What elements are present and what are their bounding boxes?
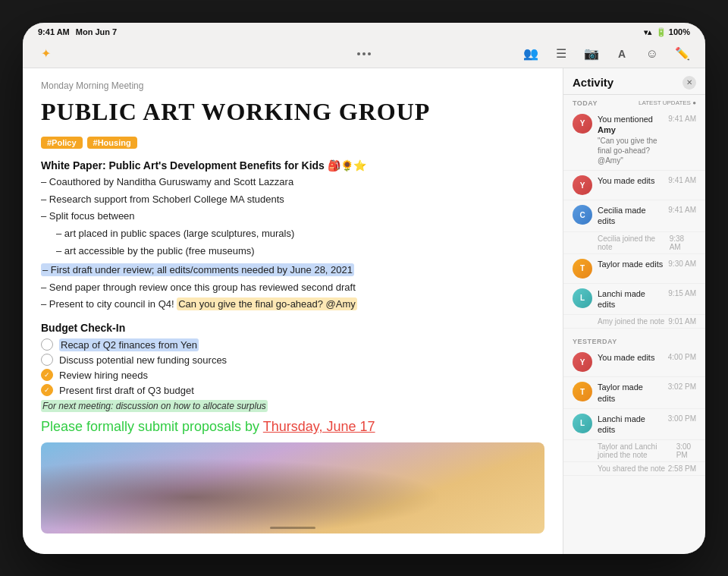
system-taylor-lanchi-text: Taylor and Lanchi joined the note: [598, 442, 676, 459]
activity-text-taylor-yesterday: Taylor made edits: [598, 382, 663, 404]
toolbar-center: [256, 52, 472, 55]
budget-title: Budget Check-In: [41, 322, 544, 334]
question-highlight: Can you give the final go-ahead? @Amy: [177, 297, 357, 310]
latest-updates-badge: LATEST UPDATES ●: [639, 99, 696, 106]
activity-item-lanchi: L Lanchi made edits 9:15 AM: [563, 284, 705, 316]
status-bar: 9:41 AM Mon Jun 7 ▾▴ 🔋 100%: [23, 23, 705, 40]
activity-item-you-edits: Y You made edits 9:41 AM: [563, 171, 705, 200]
checklist-text-1: Recap of Q2 finances from Yen: [59, 338, 199, 351]
people-icon[interactable]: 👥: [520, 43, 541, 65]
checklist-item-2: Discuss potential new funding sources: [41, 354, 544, 366]
body-title: White Paper: Public Art's Development Be…: [41, 159, 544, 172]
system-amy-joined: Amy joined the note 9:01 AM: [563, 315, 705, 329]
checkbox-3[interactable]: ✓: [41, 369, 53, 381]
activity-text-cecilia: Cecilia made edits: [598, 205, 663, 227]
note-area: Monday Morning Meeting PUBLIC ART WORKIN…: [23, 68, 563, 554]
note-image-inner: [41, 442, 544, 534]
activity-text-you-yesterday: You made edits: [598, 352, 663, 363]
activity-time-taylor: 9:30 AM: [668, 260, 696, 268]
yesterday-section-header: YESTERDAY: [563, 333, 705, 348]
activity-scroll[interactable]: TODAY LATEST UPDATES ● Y You mentioned A…: [563, 95, 705, 554]
activity-time-mention: 9:41 AM: [668, 115, 696, 123]
activity-text-you-edits: You made edits: [598, 175, 663, 186]
activity-panel: Activity ✕ TODAY LATEST UPDATES ● Y You …: [563, 68, 705, 554]
activity-item-you-yesterday: Y You made edits 4:00 PM: [563, 348, 705, 377]
activity-title: Activity: [573, 76, 613, 89]
activity-item-taylor: T Taylor made edits 9:30 AM: [563, 254, 705, 284]
next-meeting-note: For next meeting: discussion on how to a…: [41, 400, 268, 412]
toolbar-right: 👥 ☰ 📷 A ☺ ✏️: [478, 43, 693, 65]
system-taylor-lanchi-time: 3:00 PM: [676, 442, 696, 459]
activity-text-lanchi: Lanchi made edits: [598, 288, 663, 310]
activity-main-lanchi-yesterday: Lanchi made edits: [598, 414, 663, 436]
activity-time-you-yesterday: 4:00 PM: [668, 353, 696, 361]
dot2: [362, 52, 366, 55]
avatar-taylor-yesterday: T: [573, 382, 592, 401]
activity-time-lanchi: 9:15 AM: [668, 289, 696, 297]
activity-main-taylor-yesterday: Taylor made edits: [598, 382, 663, 404]
dot1: [357, 52, 360, 55]
pencil-icon[interactable]: ✏️: [672, 43, 693, 65]
image-scroll-bar: [270, 527, 315, 529]
checkbox-1[interactable]: [41, 338, 53, 351]
activity-time-taylor-yesterday: 3:02 PM: [668, 382, 696, 391]
system-you-shared: You shared the note 2:58 PM: [563, 462, 705, 476]
close-button[interactable]: ✕: [682, 76, 696, 90]
checkbox-4[interactable]: ✓: [41, 384, 53, 396]
avatar-lanchi: L: [573, 288, 592, 308]
status-time: 9:41 AM: [38, 27, 70, 36]
note-image: [41, 442, 544, 534]
body-text: – Coauthored by Nanditha Guruswamy and S…: [41, 175, 544, 313]
checklist-text-4: Present first draft of Q3 budget: [59, 385, 194, 396]
wifi-icon: ▾▴: [644, 28, 651, 36]
avatar-you-edits: Y: [573, 175, 592, 195]
yesterday-label: YESTERDAY: [573, 338, 617, 345]
activity-header: Activity ✕: [563, 68, 705, 95]
highlighted-line: – First draft under review; all edits/co…: [41, 263, 354, 276]
tag-housing[interactable]: #Housing: [87, 137, 137, 149]
activity-main-taylor: Taylor made edits: [598, 259, 663, 269]
activity-item-mention: Y You mentioned Amy "Can you give the fi…: [563, 109, 705, 172]
main-area: Monday Morning Meeting PUBLIC ART WORKIN…: [23, 68, 705, 554]
note-subtitle: Monday Morning Meeting: [41, 80, 544, 91]
activity-time-you-edits: 9:41 AM: [668, 176, 696, 184]
activity-main-lanchi: Lanchi made edits: [598, 288, 663, 310]
dots-menu: [357, 52, 371, 55]
camera-icon[interactable]: 📷: [581, 43, 602, 65]
checklist: Recap of Q2 finances from Yen Discuss po…: [41, 338, 544, 396]
handwriting-text: Please formally submit proposals by Thur…: [41, 419, 544, 435]
activity-time-cecilia: 9:41 AM: [668, 206, 696, 214]
activity-text-lanchi-yesterday: Lanchi made edits: [598, 414, 663, 436]
today-label: TODAY: [573, 99, 598, 107]
system-taylor-lanchi-joined: Taylor and Lanchi joined the note 3:00 P…: [563, 440, 705, 462]
dot3: [368, 52, 371, 55]
avatar-taylor: T: [573, 259, 592, 279]
status-date: Mon Jun 7: [76, 27, 117, 36]
checklist-item-3: ✓ Review hiring needs: [41, 369, 544, 381]
activity-main-mention: You mentioned Amy: [598, 114, 663, 136]
system-cecilia-time: 9:38 AM: [670, 234, 696, 251]
system-amy-time: 9:01 AM: [668, 317, 696, 326]
magic-wand-icon[interactable]: ✦: [35, 43, 56, 65]
toolbar-left: ✦: [35, 43, 250, 65]
activity-item-taylor-yesterday: T Taylor made edits 3:02 PM: [563, 377, 705, 409]
battery-icon: 🔋 100%: [656, 27, 690, 37]
text-format-icon[interactable]: A: [611, 43, 632, 65]
tag-policy[interactable]: #Policy: [41, 137, 83, 149]
list-icon[interactable]: ☰: [551, 43, 572, 65]
system-you-shared-time: 2:58 PM: [668, 464, 696, 473]
activity-time-lanchi-yesterday: 3:00 PM: [668, 414, 696, 423]
emoji-icon[interactable]: ☺: [642, 43, 663, 65]
activity-snippet-mention: "Can you give the final go-ahead? @Amy": [598, 136, 663, 165]
today-section-header: TODAY LATEST UPDATES ●: [563, 95, 705, 109]
activity-main-you-yesterday: You made edits: [598, 352, 663, 363]
checklist-item-1: Recap of Q2 finances from Yen: [41, 338, 544, 351]
device: 9:41 AM Mon Jun 7 ▾▴ 🔋 100% ✦ 👥 ☰ 📷 A ☺ …: [23, 23, 705, 554]
checklist-item-4: ✓ Present first draft of Q3 budget: [41, 384, 544, 396]
status-left: 9:41 AM Mon Jun 7: [38, 27, 117, 36]
checkbox-2[interactable]: [41, 354, 53, 366]
avatar-you-yesterday: Y: [573, 352, 592, 372]
system-cecilia-text: Cecilia joined the note: [598, 234, 670, 251]
avatar-cecilia: C: [573, 205, 592, 225]
toolbar: ✦ 👥 ☰ 📷 A ☺ ✏️: [23, 40, 705, 68]
